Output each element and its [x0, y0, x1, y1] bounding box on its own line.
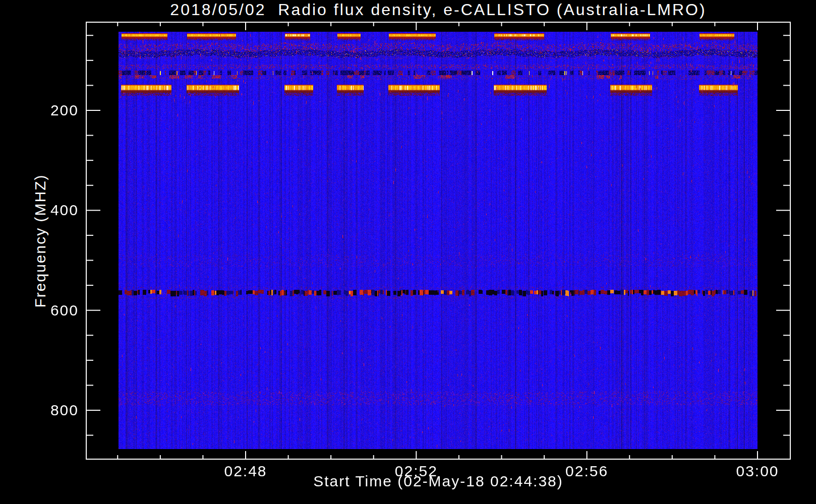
x-axis-title: Start Time (02-May-18 02:44:38) [86, 473, 790, 490]
y-tick-label: 600 [0, 302, 79, 319]
y-axis-ticks [86, 35, 790, 435]
plot-border [86, 22, 790, 459]
y-tick-label: 800 [0, 402, 79, 418]
plot-box [86, 22, 790, 459]
y-tick-label: 400 [0, 202, 79, 218]
spectrogram-figure: 2018/05/02 Radio flux density, e-CALLIST… [0, 0, 816, 504]
x-axis-ticks [118, 22, 757, 459]
y-tick-label: 200 [0, 102, 79, 118]
plot-axes [0, 0, 816, 504]
